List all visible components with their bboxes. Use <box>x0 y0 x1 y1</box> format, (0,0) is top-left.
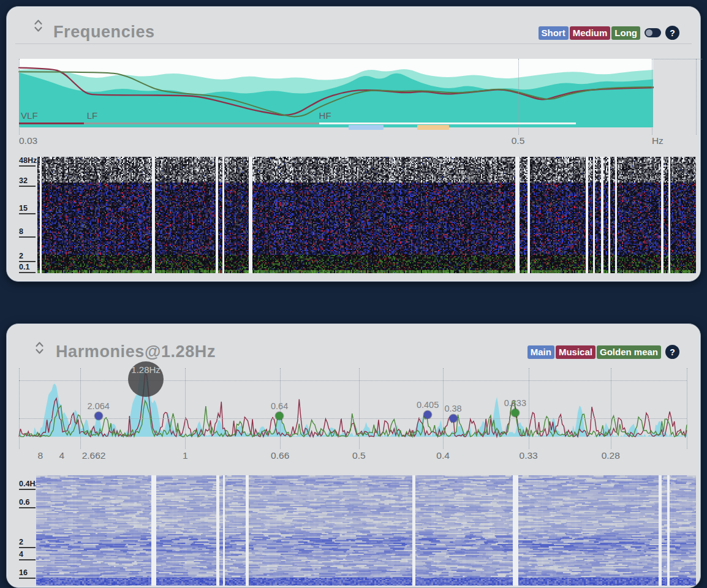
frequency-spectrum-chart[interactable]: VLFLFHF <box>19 59 653 127</box>
frequencies-help-button[interactable]: ? <box>665 26 679 40</box>
toggle-knob <box>646 29 652 36</box>
harmonies-header: Harmonies@1.28Hz MainMusicalGolden mean … <box>7 324 700 361</box>
harmonic-dot-2.064[interactable] <box>94 412 102 420</box>
selected-harmonic-marker[interactable]: 1.28Hz <box>128 361 164 397</box>
frequencies-panel: Frequencies ShortMediumLong ? VLFLFHF 0.… <box>6 6 701 282</box>
frequency-spectrogram-y-axis: 48Hz3215820.1 <box>19 157 37 273</box>
harmonic-dot-0.64[interactable] <box>276 412 284 420</box>
x-tick-1: 1 <box>183 450 188 461</box>
legend-short[interactable]: Short <box>539 26 569 40</box>
harmonic-label-0.405: 0.405 <box>417 400 439 410</box>
x-tick-2.662: 2.662 <box>82 450 106 461</box>
band-underline-HF <box>319 123 576 124</box>
timescale-legend: ShortMediumLong <box>539 26 641 40</box>
y-tick-0.6: 0.6 <box>19 499 36 508</box>
band-label-HF: HF <box>319 110 331 121</box>
frequency-x-axis: 0.030.5Hz <box>19 135 653 149</box>
y-tick-4: 4 <box>19 551 36 560</box>
harmonics-legend: MainMusicalGolden mean <box>527 345 661 359</box>
updown-chevrons-icon <box>35 341 44 355</box>
harmonic-dot-0.38[interactable] <box>449 414 457 422</box>
y-tick-16: 16 <box>19 569 36 579</box>
timescale-toggle[interactable] <box>645 28 661 37</box>
harmonic-label-2.064: 2.064 <box>88 401 110 411</box>
legend-main[interactable]: Main <box>527 345 554 359</box>
x-tick-8: 8 <box>38 450 43 461</box>
harmonics-chart[interactable]: 1.28Hz2.0640.640.4050.380.333 <box>19 368 687 437</box>
y-tick-2: 2 <box>19 252 36 262</box>
band-underline-VLF <box>19 123 84 124</box>
frequency-spectrogram[interactable] <box>37 157 696 273</box>
range-marker-1 <box>417 125 449 130</box>
x-tick-0.33: 0.33 <box>520 450 538 461</box>
grid-line <box>687 368 687 449</box>
x-tick-0.4: 0.4 <box>436 450 450 461</box>
harmonic-dot-0.405[interactable] <box>424 411 432 419</box>
y-tick-32: 32 <box>19 177 36 187</box>
harmonics-spectrum-svg <box>19 368 687 437</box>
legend-long[interactable]: Long <box>611 26 640 40</box>
frequencies-header: Frequencies ShortMediumLong ? <box>7 7 700 43</box>
y-tick-2: 2 <box>19 538 36 548</box>
harmonic-label-0.38: 0.38 <box>444 404 461 413</box>
x-tick-0.5: 0.5 <box>352 450 366 461</box>
frequencies-header-controls: ShortMediumLong ? <box>539 26 680 40</box>
harmonies-header-controls: MainMusicalGolden mean ? <box>527 345 679 359</box>
x-tick-0.66: 0.66 <box>271 450 289 461</box>
frequencies-title: Frequencies <box>53 23 155 42</box>
updown-chevrons-icon <box>34 19 43 32</box>
x-tick-Hz: Hz <box>652 135 664 146</box>
band-underline-LF <box>84 123 319 124</box>
x-tick-0.28: 0.28 <box>602 450 620 461</box>
harmonies-panel: Harmonies@1.28Hz MainMusicalGolden mean … <box>6 323 701 588</box>
legend-musical[interactable]: Musical <box>556 345 595 359</box>
harmonies-title: Harmonies@1.28Hz <box>56 342 216 361</box>
harmonics-x-axis: 842.66210.660.50.40.330.28 <box>19 450 687 464</box>
legend-golden-mean[interactable]: Golden mean <box>597 345 661 359</box>
harmonics-spectrogram[interactable] <box>36 475 696 586</box>
y-tick-0.4Hz: 0.4Hz <box>19 480 36 490</box>
selected-harmonic-label: 1.28Hz <box>131 364 161 375</box>
y-tick-15: 15 <box>19 205 36 214</box>
grid-line <box>696 59 697 135</box>
frequency-spectrum-svg <box>19 59 653 127</box>
y-tick-0.1: 0.1 <box>19 263 36 273</box>
range-marker-0 <box>349 125 384 130</box>
harmonic-label-0.333: 0.333 <box>504 398 526 408</box>
legend-medium[interactable]: Medium <box>570 26 611 40</box>
band-label-VLF: VLF <box>21 110 38 121</box>
series-golden-mean <box>19 401 687 437</box>
harmonic-dot-0.333[interactable] <box>511 409 519 417</box>
band-label-LF: LF <box>87 110 98 121</box>
x-tick-4: 4 <box>59 450 64 461</box>
header-divider <box>15 43 692 44</box>
x-tick-0.5: 0.5 <box>512 135 525 146</box>
collapse-expand-icon[interactable] <box>34 19 43 35</box>
harmonic-label-0.64: 0.64 <box>271 401 288 411</box>
harmonies-help-button[interactable]: ? <box>665 345 679 359</box>
collapse-expand-icon[interactable] <box>35 341 44 357</box>
harmonics-spectrogram-y-axis: 0.4Hz0.62416 <box>19 475 37 586</box>
y-tick-48Hz: 48Hz <box>19 157 36 167</box>
x-tick-0.03: 0.03 <box>19 135 37 146</box>
y-tick-8: 8 <box>19 228 36 238</box>
